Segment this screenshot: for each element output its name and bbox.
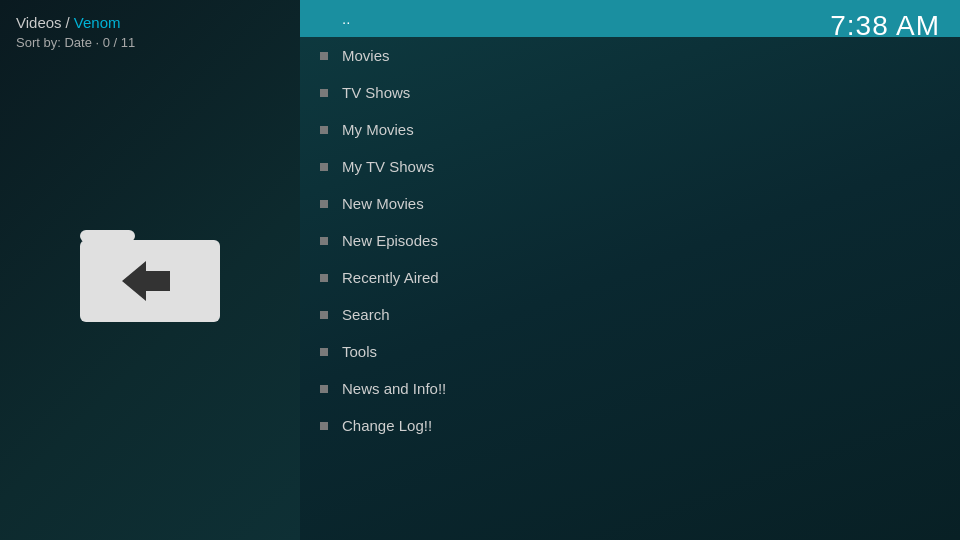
menu-bullet-tools <box>320 348 328 356</box>
breadcrumb: Videos / Venom <box>16 14 120 31</box>
menu-list: ..MoviesTV ShowsMy MoviesMy TV ShowsNew … <box>300 0 960 444</box>
menu-label-my-movies: My Movies <box>342 121 940 138</box>
menu-label-recently-aired: Recently Aired <box>342 269 940 286</box>
breadcrumb-separator: / <box>66 14 70 31</box>
menu-item-search[interactable]: Search <box>300 296 960 333</box>
menu-label-my-tv-shows: My TV Shows <box>342 158 940 175</box>
menu-bullet-search <box>320 311 328 319</box>
menu-label-search: Search <box>342 306 940 323</box>
menu-item-tools[interactable]: Tools <box>300 333 960 370</box>
menu-item-change-log[interactable]: Change Log!! <box>300 407 960 444</box>
menu-item-new-movies[interactable]: New Movies <box>300 185 960 222</box>
menu-bullet-recently-aired <box>320 274 328 282</box>
folder-back-icon <box>70 200 230 330</box>
breadcrumb-prefix: Videos <box>16 14 62 31</box>
menu-item-my-movies[interactable]: My Movies <box>300 111 960 148</box>
menu-label-tools: Tools <box>342 343 940 360</box>
menu-item-new-episodes[interactable]: New Episodes <box>300 222 960 259</box>
menu-bullet-new-episodes <box>320 237 328 245</box>
menu-item-my-tv-shows[interactable]: My TV Shows <box>300 148 960 185</box>
menu-label-change-log: Change Log!! <box>342 417 940 434</box>
menu-label-movies: Movies <box>342 47 940 64</box>
time-display: 7:38 AM <box>830 10 940 42</box>
left-panel: Videos / Venom Sort by: Date · 0 / 11 <box>0 0 300 540</box>
menu-bullet-my-tv-shows <box>320 163 328 171</box>
menu-label-news-info: News and Info!! <box>342 380 940 397</box>
menu-item-tv-shows[interactable]: TV Shows <box>300 74 960 111</box>
menu-bullet-new-movies <box>320 200 328 208</box>
menu-label-tv-shows: TV Shows <box>342 84 940 101</box>
menu-label-new-movies: New Movies <box>342 195 940 212</box>
right-panel: 7:38 AM ..MoviesTV ShowsMy MoviesMy TV S… <box>300 0 960 540</box>
menu-item-news-info[interactable]: News and Info!! <box>300 370 960 407</box>
menu-bullet-change-log <box>320 422 328 430</box>
menu-bullet-tv-shows <box>320 89 328 97</box>
sort-info: Sort by: Date · 0 / 11 <box>16 35 135 50</box>
menu-item-movies[interactable]: Movies <box>300 37 960 74</box>
breadcrumb-title: Venom <box>74 14 121 31</box>
menu-bullet-my-movies <box>320 126 328 134</box>
menu-bullet-movies <box>320 52 328 60</box>
menu-bullet-news-info <box>320 385 328 393</box>
folder-icon-container <box>16 50 284 540</box>
menu-item-recently-aired[interactable]: Recently Aired <box>300 259 960 296</box>
menu-label-new-episodes: New Episodes <box>342 232 940 249</box>
